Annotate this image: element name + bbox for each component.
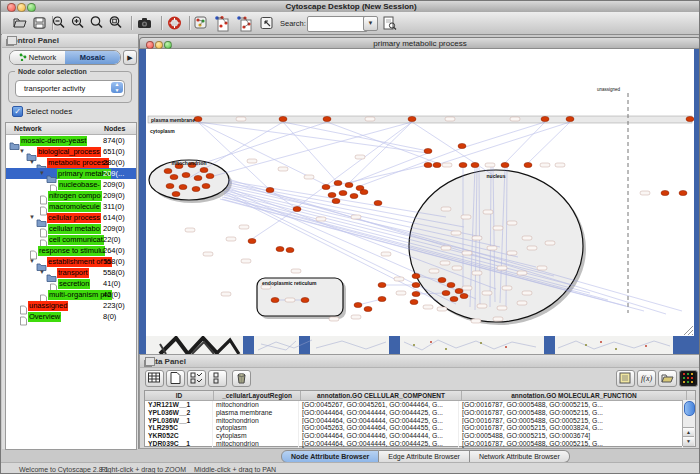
tree-row-multi-organism-pro[interactable]: multi-organism pro42(0)	[6, 289, 136, 300]
tree-row-unassigned[interactable]: unassigned223(0)	[6, 300, 136, 311]
tree-item-label: biological_process	[37, 147, 101, 157]
network-window-titlebar[interactable]: primary metabolic process	[139, 37, 700, 49]
table-cell: [GO:0044464, GO:0044444, GO:0044425, G..…	[299, 417, 459, 425]
search-dropdown-arrow[interactable]: ▼	[363, 16, 378, 31]
tab-overflow-arrow[interactable]: ▶	[123, 50, 137, 65]
snapshot-icon[interactable]	[137, 15, 153, 31]
unselect-attributes-icon[interactable]	[208, 370, 227, 387]
tree-row-transport[interactable]: ▼transport558(0)	[6, 267, 136, 278]
expand-arrow-icon[interactable]: ▼	[39, 168, 46, 179]
zoom-in-icon[interactable]	[70, 15, 86, 31]
tree-item-count: 874(0)	[103, 136, 125, 145]
tree-row-metabolic-process[interactable]: ▼metabolic process280(0)	[6, 157, 136, 168]
tree-row-cellular-metabo[interactable]: cellular metabo209(0)	[6, 223, 136, 234]
import-attributes-icon[interactable]	[658, 370, 677, 387]
function-builder-icon[interactable]: f(x)	[637, 370, 656, 387]
tree-item-count: 41(0)	[103, 279, 121, 288]
notes-icon[interactable]	[616, 370, 635, 387]
tree-row-secretion[interactable]: secretion41(0)	[6, 278, 136, 289]
search-input[interactable]	[307, 16, 368, 32]
tree-item-count: 209(0)	[103, 224, 125, 233]
tree-row-nucleobase-[interactable]: nucleobase-209(0)	[6, 179, 136, 190]
table-row-YDR039C__1[interactable]: YDR039C__1mitochondrion[GO:0044464, GO:0…	[145, 440, 695, 448]
tree-item-label: macromolecule	[48, 202, 101, 212]
tree-row-cell-communicat[interactable]: cell communicat22(0)	[6, 234, 136, 245]
table-row-YJR121W__1[interactable]: YJR121W__1mitochondrion[GO:0045267, GO:0…	[145, 401, 695, 409]
scroll-down-arrow[interactable]: ▼	[683, 436, 694, 446]
resize-grip[interactable]	[684, 326, 693, 335]
zoom-out-icon[interactable]	[51, 15, 67, 31]
svg-text:endoplasmic reticulum: endoplasmic reticulum	[262, 280, 317, 286]
tree-item-label: mosaic-demo-yeast	[20, 136, 87, 146]
table-cell: cytoplasm	[213, 432, 299, 440]
table-vertical-scrollbar[interactable]: ▲ ▼	[682, 400, 695, 446]
table-cell: [GO:0044464, GO:0044444, GO:0044425, G..…	[299, 409, 459, 417]
tab-network[interactable]: Network	[10, 51, 65, 64]
table-header-0[interactable]: ID	[145, 391, 214, 400]
network-view-icon[interactable]	[213, 15, 229, 31]
tree-row-macromolecule[interactable]: macromolecule311(0)	[6, 201, 136, 212]
tree-row-mosaic-demo-yeast[interactable]: mosaic-demo-yeast874(0)	[6, 135, 136, 146]
attribute-table[interactable]: ID_cellularLayoutRegionannotation.GO CEL…	[144, 390, 696, 447]
app-title: Cytoscape Desktop (New Session)	[1, 2, 700, 11]
delete-attribute-icon[interactable]	[232, 370, 251, 387]
table-cell: YLR295C	[145, 424, 213, 432]
tree-item-label: nucleobase-	[58, 180, 101, 190]
expand-arrow-icon[interactable]: ▼	[29, 256, 36, 267]
table-header-3[interactable]: annotation.GO MOLECULAR_FUNCTION	[462, 391, 687, 400]
network-canvas[interactable]: plasma membranecytoplasmmitochondrionnuc…	[146, 49, 694, 336]
select-attributes-icon[interactable]	[187, 370, 206, 387]
network-data-icon[interactable]	[235, 15, 251, 31]
float-data-panel-icon[interactable]	[145, 357, 155, 366]
group-label: Node color selection	[15, 68, 90, 75]
table-header-1[interactable]: _cellularLayoutRegion	[214, 391, 301, 400]
expand-arrow-icon[interactable]: ▼	[29, 212, 36, 223]
attribute-table-icon[interactable]	[145, 370, 164, 387]
scrollbar-thumb[interactable]	[684, 401, 695, 416]
tab-mosaic[interactable]: Mosaic	[65, 51, 120, 64]
table-cell: [GO:0016787, GO:0005488, GO:0005215, G..…	[459, 401, 683, 409]
select-nodes-checkbox[interactable]: ✓	[12, 106, 23, 117]
tree-row-establishment-of-lo[interactable]: ▼establishment of lo558(0)	[6, 256, 136, 267]
vizmapper-icon[interactable]	[193, 15, 209, 31]
expand-arrow-icon[interactable]: ▼	[19, 146, 26, 157]
annotation-icon[interactable]	[259, 15, 275, 31]
tree-item-label: secretion	[58, 279, 90, 289]
tree-row-cellular-process[interactable]: ▼cellular process614(0)	[6, 212, 136, 223]
table-row-YLR295C[interactable]: YLR295Ccytoplasm[GO:0045263, GO:0044464,…	[145, 424, 695, 432]
tree-row-primary-metabo[interactable]: ▼primary metabo209(...	[6, 168, 136, 179]
tree-col-nodes: Nodes	[104, 125, 125, 132]
matrix-icon[interactable]	[679, 370, 698, 387]
zoom-selected-icon[interactable]	[89, 15, 105, 31]
table-header-2[interactable]: annotation.GO CELLULAR_COMPONENT	[301, 391, 462, 400]
zoom-fit-icon[interactable]	[108, 15, 124, 31]
new-attribute-icon[interactable]	[166, 370, 185, 387]
float-panel-icon[interactable]	[7, 36, 17, 45]
help-icon[interactable]	[167, 15, 183, 31]
svg-text:cytoplasm: cytoplasm	[150, 128, 175, 134]
tree-item-count: 209(0)	[103, 191, 125, 200]
tree-row-biological-process[interactable]: ▼biological_process651(0)	[6, 146, 136, 157]
save-session-icon[interactable]	[32, 15, 48, 31]
table-cell: [GO:0045267, GO:0045261, GO:0044464, G..…	[299, 401, 459, 409]
svg-text:unassigned: unassigned	[597, 87, 621, 92]
tree-row-nitrogen-compo[interactable]: nitrogen compo209(0)	[6, 190, 136, 201]
table-cell: [GO:0016787, GO:0005488, GO:0005215, G..…	[459, 440, 683, 448]
network-window-right-border	[694, 48, 700, 354]
tree-row-response-to-stimulu[interactable]: response to stimulu264(0)	[6, 245, 136, 256]
plasma-membrane-region[interactable]	[148, 116, 692, 123]
tree-row-overview[interactable]: Overview8(0)	[6, 311, 136, 322]
search-config-icon[interactable]	[382, 15, 398, 31]
node-color-dropdown[interactable]: transporter activity ▲▼	[15, 80, 125, 97]
expand-arrow-icon[interactable]: ▼	[39, 267, 46, 278]
tree-item-label: metabolic process	[47, 158, 109, 168]
table-cell: mitochondrion	[213, 417, 299, 425]
table-row-YPL036W__1[interactable]: YPL036W__1mitochondrion[GO:0044464, GO:0…	[145, 417, 695, 425]
table-cell: plasma membrane	[213, 409, 299, 417]
table-row-YPL036W__2[interactable]: YPL036W__2plasma membrane[GO:0044464, GO…	[145, 409, 695, 417]
expand-arrow-icon[interactable]: ▼	[29, 157, 36, 168]
table-row-YKR052C[interactable]: YKR052Ccytoplasm[GO:0044464, GO:0044446,…	[145, 432, 695, 440]
open-network-icon[interactable]	[12, 15, 28, 31]
tree-item-label: nitrogen compo	[48, 191, 102, 201]
tree-item-count: 42(0)	[103, 290, 121, 299]
